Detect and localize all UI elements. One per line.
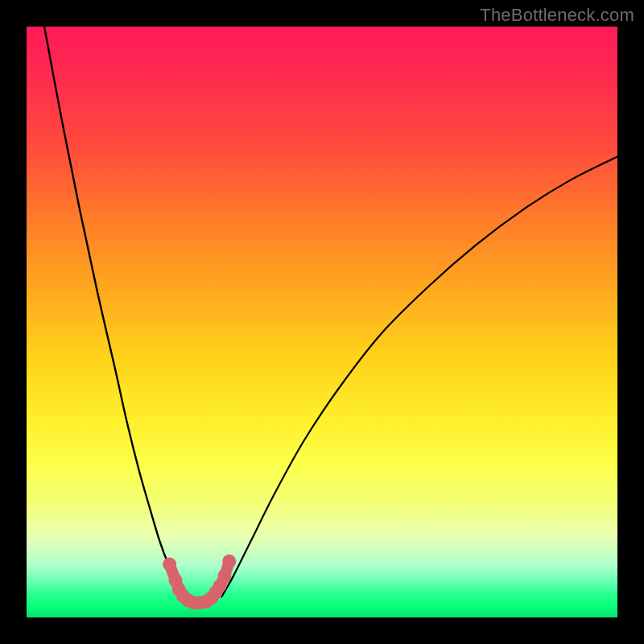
- right-branch-curve: [221, 156, 617, 597]
- left-branch-curve: [44, 27, 186, 597]
- valley-marker-dot: [163, 557, 176, 571]
- valley-marker-dots: [163, 555, 236, 609]
- curve-layer: [27, 27, 617, 617]
- chart-frame: TheBottleneck.com: [0, 0, 644, 644]
- watermark-text: TheBottleneck.com: [480, 5, 634, 26]
- valley-marker-dot: [222, 555, 236, 568]
- valley-marker-dot: [217, 569, 231, 583]
